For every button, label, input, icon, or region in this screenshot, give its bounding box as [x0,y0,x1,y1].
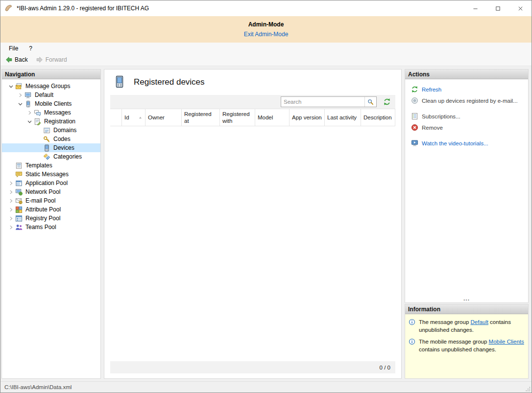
nav-item-teams-pool[interactable]: Teams Pool [2,223,100,231]
computer-icon [24,91,32,99]
chevron-right-icon[interactable] [7,223,15,231]
app-window: *IBI-aws Admin 1.29.0 - registered for I… [0,0,532,393]
actions-header: Actions [405,69,528,79]
menu-file[interactable]: File [3,44,24,53]
chevron-right-icon[interactable] [7,206,15,213]
info-item: The mobile message group Mobile Clients … [409,338,525,353]
chevron-down-icon[interactable] [7,82,15,90]
chevron-right-icon[interactable] [7,214,15,222]
column-label: Owner [148,114,165,121]
nav-item-devices[interactable]: Devices [2,143,100,152]
chevron-spacer [35,153,43,161]
column-header-gutter [110,109,122,126]
content-area: Navigation Message GroupsDefaultMobile C… [0,66,532,381]
chevron-right-icon[interactable] [25,109,33,116]
search-refresh-icon[interactable] [383,97,391,106]
action-subscriptions[interactable]: Subscriptions... [408,111,525,122]
refresh-icon [411,86,418,93]
action-label: Clean up devices registerd by e-mail... [422,98,518,104]
admin-mode-banner: Admin-Mode Exit Admin-Mode [0,16,532,43]
column-header-description[interactable]: Description [361,109,395,126]
nav-item-label: Messages [43,109,73,116]
info-text: The mobile message group Mobile Clients … [419,338,525,353]
column-header-app-version[interactable]: App version [290,109,325,126]
nav-item-label: Registration [43,117,77,125]
column-label: Description [363,114,392,121]
nav-item-codes[interactable]: Codes [2,135,100,143]
nav-item-default[interactable]: Default [2,91,100,99]
search-box [281,96,377,107]
nav-item-messages[interactable]: Messages [2,108,100,117]
nav-item-domains[interactable]: Domains [2,126,100,135]
action-clean-up-devices-registerd-by-e-mail[interactable]: Clean up devices registerd by e-mail... [408,95,525,106]
column-header-model[interactable]: Model [255,109,290,126]
chevron-right-icon[interactable] [7,197,15,205]
column-header-owner[interactable]: Owner [145,109,182,126]
admin-mode-title: Admin-Mode [0,21,532,28]
nav-item-registration[interactable]: Registration [2,117,100,126]
chevron-down-icon[interactable] [16,100,24,108]
column-header-id[interactable]: Id [122,109,145,126]
chevron-right-icon[interactable] [7,179,15,187]
network-pool-icon [15,188,23,196]
teams-pool-icon [15,223,23,231]
nav-item-network-pool[interactable]: Network Pool [2,187,100,196]
column-label: Model [258,114,273,121]
menubar: File? [0,43,532,54]
video-icon [411,139,418,147]
action-remove[interactable]: Remove [408,122,525,133]
minimize-button[interactable] [464,0,486,16]
navigation-panel: Navigation Message GroupsDefaultMobile C… [1,69,101,379]
resize-grip[interactable] [524,385,531,392]
nav-item-static-messages[interactable]: Static Messages [2,170,100,179]
chevron-spacer [7,170,15,178]
nav-item-categories[interactable]: Categories [2,152,100,161]
nav-item-templates[interactable]: Templates [2,161,100,170]
navigation-header: Navigation [2,69,100,79]
column-label: Id [124,114,129,121]
page-title: Registered devices [134,77,205,87]
forward-button[interactable]: Forward [36,56,67,64]
search-input[interactable] [281,99,364,105]
titlebar: *IBI-aws Admin 1.29.0 - registered for I… [0,0,532,16]
back-label: Back [15,56,28,63]
maximize-button[interactable] [486,0,509,16]
actions-overflow-indicator[interactable]: ... [405,296,528,302]
action-watch-the-video-tutorials[interactable]: Watch the video-tutorials... [408,138,525,149]
column-header-registered-at[interactable]: Registered at [182,109,220,126]
nav-item-attribute-pool[interactable]: Attribute Pool [2,205,100,214]
column-label: Registered with [222,111,252,125]
message-groups-icon [15,82,23,90]
chevron-down-icon[interactable] [25,117,33,125]
chevron-spacer [7,162,15,169]
menu-help[interactable]: ? [24,44,38,53]
chevron-right-icon[interactable] [16,91,24,99]
info-item: The message group Default contains unpub… [409,318,525,334]
exit-admin-mode-link[interactable]: Exit Admin-Mode [0,31,532,38]
info-icon [409,338,416,353]
nav-item-mobile-clients[interactable]: Mobile Clients [2,99,100,108]
action-label: Watch the video-tutorials... [422,140,488,146]
info-link-default[interactable]: Default [470,319,488,325]
column-header-registered-with[interactable]: Registered with [220,109,255,126]
search-icon[interactable] [364,97,376,107]
actions-panel: Actions RefreshClean up devices register… [405,69,529,303]
column-header-last-activity[interactable]: Last activity [325,109,361,126]
nav-item-registry-pool[interactable]: Registry Pool [2,214,100,223]
close-button[interactable] [509,0,532,16]
search-row [110,95,395,109]
information-header: Information [405,304,528,314]
toolbar: Back Forward [0,54,532,66]
chevron-right-icon[interactable] [7,188,15,196]
info-link-mobile-clients[interactable]: Mobile Clients [489,339,524,345]
nav-item-label: Templates [24,162,54,169]
nav-item-e-mail-pool[interactable]: @E-mail Pool [2,196,100,205]
nav-item-message-groups[interactable]: Message Groups [2,82,100,91]
back-button[interactable]: Back [5,56,28,64]
remove-icon [411,124,418,132]
nav-item-label: Attribute Pool [24,206,62,213]
nav-item-label: Network Pool [24,188,62,196]
action-refresh[interactable]: Refresh [408,84,525,95]
nav-item-application-pool[interactable]: Application Pool [2,179,100,187]
templates-icon [15,162,23,169]
